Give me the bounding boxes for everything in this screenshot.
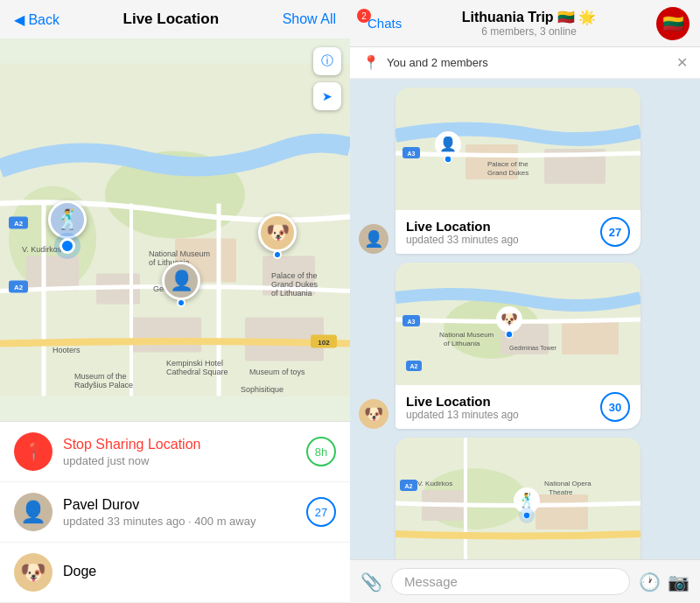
svg-text:👤: 👤 (439, 136, 457, 152)
doge-avatar: 🐶 (14, 553, 52, 592)
svg-rect-7 (131, 318, 201, 353)
clock-button[interactable]: 🕐 (639, 571, 661, 592)
doge-info: Doge (63, 564, 336, 581)
svg-text:A2: A2 (14, 284, 24, 291)
svg-rect-42 (562, 319, 619, 354)
pavel-pin[interactable]: 👤 (162, 262, 200, 307)
svg-text:Grand Dukes: Grand Dukes (271, 280, 318, 289)
msg2-badge: 30 (600, 392, 630, 422)
svg-text:Museum of the: Museum of the (74, 372, 127, 381)
location-bar: 📍 You and 2 members ✕ (350, 47, 700, 79)
svg-text:Sophisitique: Sophisitique (241, 385, 284, 394)
pavel-avatar: 👤 (14, 493, 52, 531)
list-item[interactable]: 👤 Pavel Durov updated 33 minutes ago · 4… (0, 482, 350, 543)
chat-title: Lithuania Trip 🇱🇹 🌟 (409, 9, 649, 25)
msg3-bubble[interactable]: A2 National Opera Theatre V. Kudirkos 🕺 … (396, 438, 640, 559)
msg2-bubble[interactable]: A3 A2 National Museum of Lithuania Gedim… (396, 263, 640, 429)
action-buttons: 🕐 📷 (639, 571, 690, 592)
stop-sharing-avatar: 📍 (14, 432, 52, 471)
msg2-loc-info: Live Location updated 13 minutes ago (406, 394, 519, 421)
msg1-loc-info: Live Location updated 33 minutes ago (406, 219, 519, 246)
msg2-avatar: 🐶 (359, 399, 388, 429)
svg-point-52 (506, 331, 513, 338)
msg1-footer: Live Location updated 33 minutes ago 27 (396, 210, 640, 254)
svg-text:A2: A2 (410, 363, 418, 369)
message-row: 📍 A2 National Opera Theatre (359, 438, 691, 559)
message-input[interactable]: Message (391, 568, 630, 595)
message-row: 👤 A3 Palace of the Grand Dukes (359, 88, 691, 254)
show-all-button[interactable]: Show All (283, 11, 336, 27)
back-badge: 2 (357, 9, 371, 23)
camera-button[interactable]: 📷 (668, 571, 690, 592)
svg-point-38 (444, 156, 452, 163)
svg-text:of Lithuania: of Lithuania (444, 340, 480, 347)
stop-sharing-badge: 8h (306, 437, 336, 466)
messages-area: 👤 A3 Palace of the Grand Dukes (350, 79, 700, 559)
svg-text:Palace of the: Palace of the (487, 160, 528, 168)
location-list: 📍 Stop Sharing Location updated just now… (0, 421, 350, 603)
svg-text:National Opera: National Opera (544, 480, 592, 487)
stop-sharing-info: Stop Sharing Location updated just now (63, 437, 296, 467)
group-avatar[interactable]: 🇱🇹 (656, 7, 690, 40)
svg-text:Palace of the: Palace of the (271, 271, 318, 280)
doge-name: Doge (63, 564, 336, 579)
svg-text:Cathedral Square: Cathedral Square (166, 368, 228, 376)
svg-text:A3: A3 (408, 319, 416, 325)
svg-text:Grand Dukes: Grand Dukes (487, 169, 528, 177)
stop-sharing-sub: updated just now (63, 454, 296, 467)
svg-text:V. Kudirkos: V. Kudirkos (22, 245, 62, 254)
svg-text:National Museum: National Museum (439, 331, 494, 339)
msg1-loc-sub: updated 33 minutes ago (406, 234, 519, 246)
left-panel: ◀ Back Live Location Show All (0, 0, 350, 603)
svg-text:A2: A2 (14, 220, 24, 228)
svg-text:Museum of toys: Museum of toys (249, 368, 305, 376)
msg3-map: A2 National Opera Theatre V. Kudirkos 🕺 (396, 438, 640, 559)
back-chats-button[interactable]: 2 Chats (360, 16, 402, 31)
attach-button[interactable]: 📎 (360, 571, 382, 592)
msg1-bubble[interactable]: A3 Palace of the Grand Dukes 👤 Live Loca… (396, 88, 640, 254)
svg-point-65 (519, 508, 535, 523)
back-button[interactable]: ◀ Back (14, 11, 60, 28)
svg-text:🕺: 🕺 (518, 492, 536, 508)
left-title: Live Location (123, 11, 220, 28)
msg2-loc-sub: updated 13 minutes ago (406, 409, 519, 421)
svg-text:Kempinski Hotel: Kempinski Hotel (166, 359, 223, 368)
chat-subtitle: 6 members, 3 online (409, 25, 649, 38)
message-row: 🐶 A3 A2 National Museum (359, 263, 691, 429)
svg-text:🐶: 🐶 (500, 311, 518, 327)
svg-rect-3 (26, 256, 79, 291)
doge-pin[interactable]: 🐶 (258, 214, 297, 259)
map-info-button[interactable]: ⓘ (313, 47, 341, 75)
location-bar-close[interactable]: ✕ (676, 54, 688, 71)
msg1-map: A3 Palace of the Grand Dukes 👤 (396, 88, 640, 210)
svg-text:Theatre: Theatre (549, 488, 573, 496)
left-header: ◀ Back Live Location Show All (0, 0, 350, 39)
svg-rect-56 (536, 494, 588, 529)
list-item[interactable]: 📍 Stop Sharing Location updated just now… (0, 422, 350, 482)
stop-sharing-name: Stop Sharing Location (63, 437, 296, 452)
chat-info: Lithuania Trip 🇱🇹 🌟 6 members, 3 online (409, 9, 649, 38)
right-header: 2 Chats Lithuania Trip 🇱🇹 🌟 6 members, 3… (350, 0, 700, 47)
map-location-button[interactable]: ➤ (313, 82, 341, 110)
pavel-name: Pavel Durov (63, 497, 296, 513)
msg2-map: A3 A2 National Museum of Lithuania Gedim… (396, 263, 640, 385)
right-panel: 2 Chats Lithuania Trip 🇱🇹 🌟 6 members, 3… (350, 0, 700, 603)
svg-text:V. Kudirkos: V. Kudirkos (417, 480, 452, 487)
svg-text:Hooters: Hooters (52, 346, 80, 354)
pavel-info: Pavel Durov updated 33 minutes ago · 400… (63, 497, 296, 528)
msg1-avatar: 👤 (359, 224, 388, 254)
location-bar-text: You and 2 members (387, 56, 669, 69)
msg2-loc-title: Live Location (406, 394, 519, 409)
list-item[interactable]: 🐶 Doge (0, 543, 350, 603)
svg-text:A2: A2 (405, 483, 413, 489)
msg1-badge: 27 (600, 217, 630, 247)
input-bar: 📎 Message 🕐 📷 (350, 559, 700, 603)
location-bar-icon: 📍 (362, 54, 380, 71)
msg2-footer: Live Location updated 13 minutes ago 30 (396, 385, 640, 429)
svg-text:Gediminas Tower: Gediminas Tower (509, 345, 557, 351)
svg-text:National Museum: National Museum (149, 249, 210, 258)
svg-text:A3: A3 (408, 151, 416, 157)
pavel-badge: 27 (306, 497, 336, 527)
blue-accuracy-dot (60, 238, 75, 254)
msg1-loc-title: Live Location (406, 219, 519, 234)
